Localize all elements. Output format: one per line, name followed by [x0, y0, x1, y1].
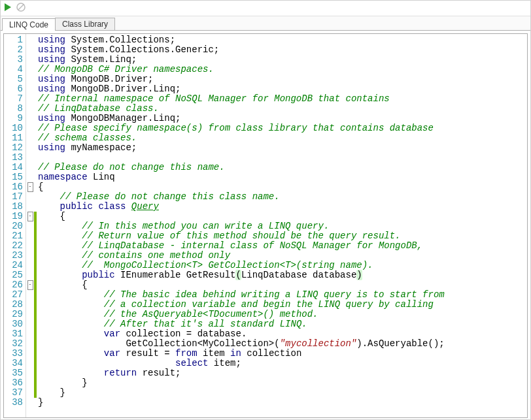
code-line[interactable] [38, 153, 445, 163]
tab-linq-code[interactable]: LINQ Code [2, 18, 56, 31]
line-number: 17 [4, 192, 23, 202]
code-line[interactable]: using MongoDB.Driver; [38, 74, 445, 84]
code-line[interactable]: // The basic idea behind writing a LINQ … [38, 290, 445, 300]
fold-cell [26, 329, 34, 339]
line-number: 24 [4, 261, 23, 270]
code-line[interactable]: using MongoDBManager.Linq; [38, 114, 445, 123]
code-line[interactable]: using System.Collections.Generic; [38, 45, 445, 55]
code-line[interactable]: // schema classes. [38, 133, 445, 143]
code-line[interactable]: select item; [38, 359, 445, 368]
code-line[interactable]: } [38, 378, 445, 388]
fold-cell[interactable]: - [26, 212, 34, 221]
line-number: 3 [4, 55, 23, 65]
code-line[interactable]: // Please do not change this class name. [38, 192, 445, 202]
code-line[interactable]: { [38, 280, 445, 290]
fold-cell [26, 45, 34, 55]
code-line[interactable]: using MongoDB.Driver.Linq; [38, 84, 445, 94]
line-number: 30 [4, 319, 23, 329]
code-line[interactable]: return result; [38, 368, 445, 378]
fold-cell [26, 35, 34, 45]
line-number: 22 [4, 241, 23, 251]
code-line[interactable]: // Please specify namespace(s) from clas… [38, 123, 445, 133]
code-line[interactable]: { [38, 212, 445, 221]
fold-cell [26, 123, 34, 133]
fold-cell[interactable]: - [26, 280, 34, 290]
toolbar [1, 1, 530, 16]
line-number: 34 [4, 359, 23, 368]
fold-cell [26, 163, 34, 172]
fold-cell [26, 133, 34, 143]
line-number-gutter: 1234567891011121314151617181920212223242… [4, 34, 26, 417]
line-number: 33 [4, 349, 23, 359]
code-line[interactable]: using myNamespace; [38, 143, 445, 153]
code-line[interactable]: // LinqDatabase - internal class of NoSQ… [38, 241, 445, 251]
fold-cell[interactable]: - [26, 182, 34, 192]
fold-cell [26, 339, 34, 349]
fold-cell [26, 398, 34, 408]
line-number: 14 [4, 163, 23, 172]
fold-cell [26, 94, 34, 104]
line-number: 20 [4, 221, 23, 231]
stop-icon[interactable] [16, 3, 26, 14]
line-number: 37 [4, 388, 23, 398]
code-line[interactable]: // MongoDB C# Driver namespaces. [38, 65, 445, 74]
fold-cell [26, 310, 34, 319]
fold-cell [26, 300, 34, 310]
line-number: 19 [4, 212, 23, 221]
fold-cell [26, 104, 34, 114]
code-line[interactable]: // Please do not change this name. [38, 163, 445, 172]
line-number: 32 [4, 339, 23, 349]
fold-cell [26, 192, 34, 202]
code-line[interactable]: namespace Linq [38, 172, 445, 182]
code-line[interactable]: // a collection variable and begin the L… [38, 300, 445, 310]
fold-cell [26, 231, 34, 241]
code-line[interactable]: } [38, 398, 445, 408]
fold-cell [26, 202, 34, 212]
line-number: 26 [4, 280, 23, 290]
code-line[interactable]: // LinqDatabase class. [38, 104, 445, 114]
code-line[interactable]: using System.Linq; [38, 55, 445, 65]
code-line[interactable]: // In this method you can write a LINQ q… [38, 221, 445, 231]
fold-cell [26, 241, 34, 251]
code-line[interactable]: // MongoCollection<T> GetCollection<T>(s… [38, 261, 445, 270]
fold-cell [26, 270, 34, 280]
fold-cell [26, 74, 34, 84]
fold-toggle-icon[interactable]: - [27, 212, 33, 221]
fold-cell [26, 55, 34, 65]
code-line[interactable]: var collection = database. [38, 329, 445, 339]
code-editor[interactable]: 1234567891011121314151617181920212223242… [3, 33, 528, 418]
code-line[interactable]: var result = from item in collection [38, 349, 445, 359]
code-line[interactable]: { [38, 182, 445, 192]
run-icon[interactable] [3, 3, 12, 14]
line-number: 10 [4, 123, 23, 133]
fold-toggle-icon[interactable]: - [27, 182, 33, 192]
line-number: 11 [4, 133, 23, 143]
line-number: 27 [4, 290, 23, 300]
code-area[interactable]: using System.Collections;using System.Co… [37, 34, 445, 417]
code-line[interactable]: // contains one method only [38, 251, 445, 261]
code-line[interactable]: } [38, 388, 445, 398]
line-number: 7 [4, 94, 23, 104]
fold-cell [26, 319, 34, 329]
code-line[interactable]: // Return value of this method should be… [38, 231, 445, 241]
fold-toggle-icon[interactable]: - [27, 280, 33, 290]
editor-container: 1234567891011121314151617181920212223242… [1, 31, 530, 420]
code-line[interactable]: using System.Collections; [38, 35, 445, 45]
fold-column[interactable]: --- [26, 34, 34, 417]
code-line[interactable]: public IEnumerable GetResult(LinqDatabas… [38, 270, 445, 280]
fold-cell [26, 143, 34, 153]
code-line[interactable]: // Internal namespace of NoSQL Manager f… [38, 94, 445, 104]
tab-class-library[interactable]: Class Library [55, 18, 115, 30]
code-line[interactable]: // the AsQueryable<TDocument>() method. [38, 310, 445, 319]
fold-cell [26, 65, 34, 74]
code-line[interactable]: GetCollection<MyCollection>("mycollectio… [38, 339, 445, 349]
code-line[interactable]: public class Query [38, 202, 445, 212]
fold-cell [26, 290, 34, 300]
fold-cell [26, 153, 34, 163]
code-line[interactable]: // After that it's all standard LINQ. [38, 319, 445, 329]
fold-cell [26, 261, 34, 270]
fold-cell [26, 388, 34, 398]
line-number: 13 [4, 153, 23, 163]
line-number: 12 [4, 143, 23, 153]
line-number: 35 [4, 368, 23, 378]
